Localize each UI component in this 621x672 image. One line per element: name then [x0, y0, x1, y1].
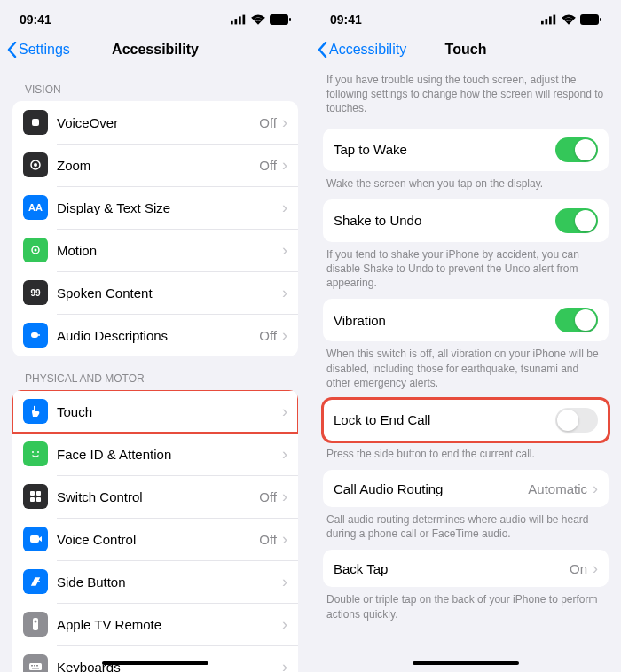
wifi-icon: [561, 12, 577, 27]
apple-tv-remote-icon: [23, 612, 48, 637]
svg-rect-28: [546, 19, 548, 24]
row-tap-to-wake[interactable]: Tap to Wake: [323, 129, 609, 171]
svg-rect-1: [235, 19, 238, 24]
audio-descriptions-icon: [23, 323, 48, 348]
row-label: Voice Control: [57, 532, 259, 547]
row-label: Tap to Wake: [334, 142, 555, 157]
zoom-icon: [23, 152, 48, 177]
svg-rect-30: [554, 15, 556, 25]
row-motion[interactable]: Motion ›: [12, 229, 298, 271]
chevron-right-icon: ›: [282, 284, 287, 302]
row-side-button[interactable]: Side Button ›: [12, 560, 298, 603]
svg-rect-26: [32, 668, 39, 669]
svg-rect-31: [580, 14, 599, 25]
row-value: Off: [259, 532, 277, 547]
row-label: Display & Text Size: [57, 200, 282, 215]
voiceover-icon: [23, 110, 48, 135]
svg-rect-27: [541, 21, 544, 25]
svg-rect-0: [231, 21, 233, 25]
chevron-right-icon: ›: [282, 573, 287, 591]
keyboards-icon: [23, 654, 48, 672]
svg-point-13: [32, 451, 34, 453]
row-apple-tv-remote[interactable]: Apple TV Remote ›: [12, 603, 298, 645]
svg-rect-24: [34, 665, 35, 667]
toggle-vibration[interactable]: [555, 308, 598, 332]
status-bar: 09:41: [310, 0, 621, 32]
row-label: Touch: [57, 404, 282, 419]
chevron-right-icon: ›: [282, 326, 287, 345]
row-faceid[interactable]: Face ID & Attention ›: [12, 433, 298, 475]
row-switch-control[interactable]: Switch Control Off ›: [12, 475, 298, 518]
svg-rect-22: [29, 663, 42, 670]
row-vibration[interactable]: Vibration: [323, 299, 609, 341]
home-indicator[interactable]: [102, 661, 208, 665]
toggle-lock-to-end-call[interactable]: [555, 408, 598, 433]
toggle-shake-to-undo[interactable]: [555, 208, 598, 233]
shake-to-undo-desc: If you tend to shake your iPhone by acci…: [310, 242, 621, 300]
back-button[interactable]: Settings: [7, 42, 70, 58]
toggle-tap-to-wake[interactable]: [555, 137, 598, 162]
chevron-right-icon: ›: [282, 199, 287, 217]
wifi-icon: [250, 12, 266, 27]
row-audio-descriptions[interactable]: Audio Descriptions Off ›: [12, 314, 298, 356]
svg-rect-17: [30, 497, 35, 502]
row-label: Call Audio Routing: [334, 481, 528, 496]
back-button[interactable]: Accessibility: [318, 42, 406, 58]
svg-rect-16: [36, 491, 41, 496]
accessibility-screen: 09:41 Settings Accessibility VISION Voic…: [0, 0, 310, 672]
chevron-left-icon: [7, 42, 17, 58]
row-zoom[interactable]: Zoom Off ›: [12, 144, 298, 186]
side-button-icon: [23, 569, 48, 594]
section-header-physical: PHYSICAL AND MOTOR: [0, 356, 310, 390]
call-audio-group: Call Audio Routing Automatic ›: [323, 470, 609, 507]
row-touch[interactable]: Touch ›: [12, 390, 298, 433]
svg-rect-29: [549, 16, 552, 24]
touch-screen: 09:41 Accessibility Touch If you have tr…: [310, 0, 621, 672]
chevron-right-icon: ›: [282, 241, 287, 260]
intro-description: If you have trouble using the touch scre…: [310, 67, 621, 129]
home-indicator[interactable]: [413, 661, 519, 665]
vibration-group: Vibration: [323, 299, 609, 341]
chevron-right-icon: ›: [282, 488, 287, 506]
row-voiceover[interactable]: VoiceOver Off ›: [12, 101, 298, 144]
row-label: Audio Descriptions: [57, 328, 259, 343]
chevron-right-icon: ›: [282, 615, 287, 634]
chevron-left-icon: [318, 42, 327, 58]
row-value: On: [570, 561, 587, 576]
chevron-right-icon: ›: [282, 156, 287, 175]
row-label: Zoom: [57, 158, 259, 173]
shake-to-undo-group: Shake to Undo: [323, 199, 609, 242]
row-spoken-content[interactable]: 99 Spoken Content ›: [12, 271, 298, 314]
row-label: Side Button: [57, 574, 282, 590]
nav-bar: Accessibility Touch: [310, 32, 621, 67]
tap-to-wake-group: Tap to Wake: [323, 129, 609, 171]
switch-control-icon: [23, 484, 48, 509]
svg-point-8: [34, 163, 37, 167]
svg-point-12: [38, 334, 40, 336]
content-scroll[interactable]: VISION VoiceOver Off › Zoom Off › AA Dis…: [0, 67, 310, 672]
svg-rect-18: [36, 497, 41, 502]
row-keyboards[interactable]: Keyboards ›: [12, 645, 298, 672]
chevron-right-icon: ›: [282, 530, 287, 549]
page-title: Touch: [445, 42, 487, 58]
tap-to-wake-desc: Wake the screen when you tap on the disp…: [310, 171, 621, 199]
content-scroll[interactable]: If you have trouble using the touch scre…: [310, 67, 621, 672]
back-label: Accessibility: [329, 42, 406, 58]
status-time: 09:41: [330, 12, 362, 27]
physical-group: Touch › Face ID & Attention › Switch Con…: [12, 390, 298, 672]
row-voice-control[interactable]: Voice Control Off ›: [12, 518, 298, 560]
row-value: Off: [259, 489, 277, 504]
back-tap-group: Back Tap On ›: [323, 550, 609, 587]
svg-rect-25: [36, 665, 38, 667]
row-display-text[interactable]: AA Display & Text Size ›: [12, 186, 298, 229]
row-label: Lock to End Call: [334, 412, 555, 427]
row-label: Switch Control: [57, 489, 259, 504]
row-lock-to-end-call[interactable]: Lock to End Call: [323, 399, 609, 441]
row-shake-to-undo[interactable]: Shake to Undo: [323, 199, 609, 242]
row-label: Apple TV Remote: [57, 617, 282, 632]
row-call-audio-routing[interactable]: Call Audio Routing Automatic ›: [323, 470, 609, 507]
vibration-desc: When this switch is off, all vibration o…: [310, 341, 621, 399]
status-time: 09:41: [20, 12, 51, 27]
row-back-tap[interactable]: Back Tap On ›: [323, 550, 609, 587]
row-value: Automatic: [528, 481, 587, 496]
